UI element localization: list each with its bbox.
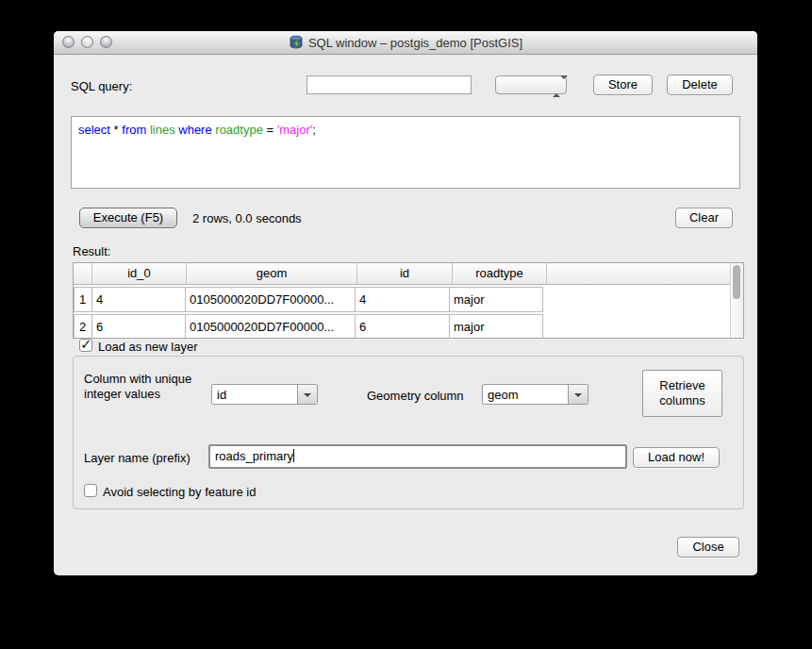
query-name-input[interactable] (307, 75, 472, 94)
close-button[interactable]: Close (677, 537, 739, 557)
stored-query-select[interactable] (495, 75, 567, 94)
geometry-column-combo[interactable]: geom (482, 384, 588, 405)
sql-token: from (122, 123, 146, 137)
avoid-selecting-checkbox[interactable]: ✓ (84, 484, 97, 497)
load-as-new-layer-label: Load as new layer (98, 340, 198, 354)
result-label: Result: (73, 244, 110, 258)
popup-arrows-icon (553, 79, 560, 93)
database-icon (289, 35, 304, 50)
result-table: id_0geomidroadtype 140105000020DD7F00000… (73, 262, 744, 339)
clear-button[interactable]: Clear (675, 208, 733, 228)
execute-button[interactable]: Execute (F5) (79, 208, 177, 228)
sql-token: = (263, 123, 277, 137)
row-number-header (74, 263, 92, 284)
sql-query-label: SQL query: (71, 79, 132, 93)
table-cell[interactable]: 0105000020DD7F00000... (185, 314, 356, 339)
combo-dropdown-button[interactable] (297, 385, 317, 404)
layer-name-value: roads_primary (215, 449, 293, 463)
column-header-id[interactable]: id (357, 263, 453, 284)
table-scrollbar[interactable] (730, 263, 743, 338)
sql-token: select (78, 123, 110, 137)
store-button[interactable]: Store (593, 75, 653, 95)
load-as-new-layer-checkbox[interactable]: ✓ (79, 339, 92, 352)
layer-name-input[interactable]: roads_primary (208, 444, 627, 469)
title-bar[interactable]: SQL window – postgis_demo [PostGIS] (54, 31, 757, 55)
sql-token: * (110, 123, 122, 137)
result-table-header: id_0geomidroadtype (74, 263, 743, 285)
column-header-roadtype[interactable]: roadtype (453, 263, 547, 284)
avoid-selecting-label: Avoid selecting by feature id (103, 485, 256, 499)
table-cell[interactable]: major (449, 314, 543, 339)
query-status-text: 2 rows, 0.0 seconds (192, 211, 302, 225)
chevron-down-icon (304, 393, 311, 397)
sql-token: 'major' (277, 123, 312, 137)
row-number-cell[interactable]: 1 (74, 287, 92, 312)
retrieve-columns-button[interactable]: Retrieve columns (642, 370, 722, 417)
sql-window: SQL window – postgis_demo [PostGIS] SQL … (54, 31, 757, 575)
geometry-column-label: Geometry column (367, 389, 464, 403)
sql-editor-text: select * from lines where roadtype = 'ma… (78, 123, 733, 137)
sql-token: where (178, 123, 211, 137)
table-cell[interactable]: 4 (91, 287, 186, 312)
table-scrollbar-thumb[interactable] (733, 265, 740, 299)
table-cell[interactable]: 0105000020DD7F00000... (185, 287, 356, 312)
text-cursor (293, 449, 294, 462)
chevron-down-icon (574, 393, 582, 397)
sql-token: lines (150, 123, 175, 137)
sql-editor[interactable]: select * from lines where roadtype = 'ma… (71, 116, 740, 189)
window-title: SQL window – postgis_demo [PostGIS] (308, 36, 522, 50)
result-table-body: 140105000020DD7F00000...4major2601050000… (74, 285, 743, 339)
table-cell[interactable]: 6 (355, 314, 450, 339)
unique-column-label: Column with unique integer values (84, 372, 208, 402)
table-cell[interactable]: 4 (355, 287, 450, 312)
desktop: { "window": { "title": "SQL window – pos… (0, 0, 812, 649)
table-row[interactable]: 260105000020DD7F00000...6major (74, 314, 743, 339)
column-header-geom[interactable]: geom (187, 263, 357, 284)
unique-column-combo[interactable]: id (211, 384, 318, 405)
column-header-id_0[interactable]: id_0 (92, 263, 187, 284)
sql-token: ; (312, 123, 316, 137)
delete-button[interactable]: Delete (667, 75, 733, 95)
header-filler (547, 263, 743, 284)
geometry-column-value: geom (488, 388, 519, 402)
combo-dropdown-button[interactable] (568, 385, 588, 404)
table-cell[interactable]: 6 (91, 314, 186, 339)
layer-name-label: Layer name (prefix) (84, 451, 191, 465)
table-row[interactable]: 140105000020DD7F00000...4major (74, 287, 743, 312)
unique-column-value: id (217, 388, 226, 402)
load-now-button[interactable]: Load now! (633, 447, 720, 468)
checkmark-icon: ✓ (80, 336, 92, 353)
sql-token: roadtype (215, 123, 263, 137)
table-cell[interactable]: major (449, 287, 543, 312)
